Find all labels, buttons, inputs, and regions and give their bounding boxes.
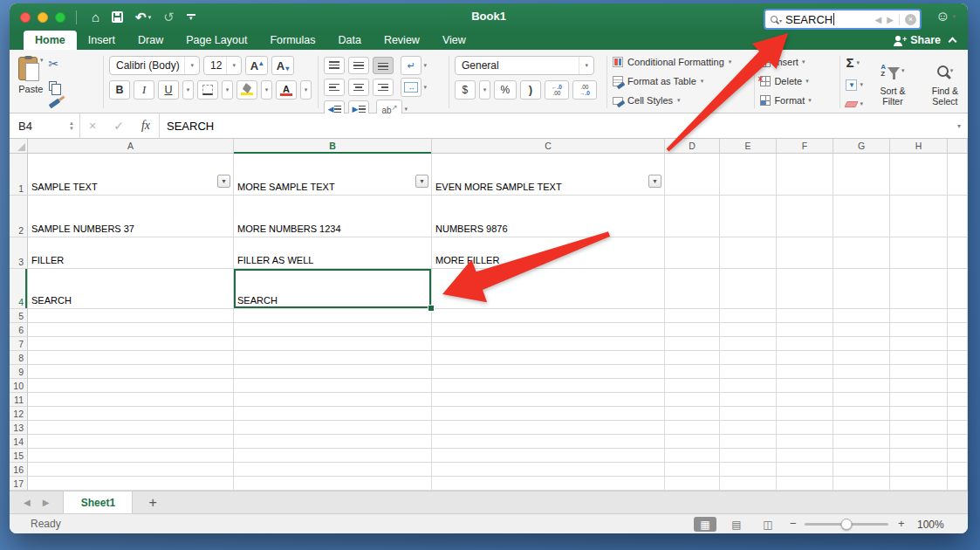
cell-D6[interactable] xyxy=(665,323,720,337)
cell-E7[interactable] xyxy=(720,337,777,351)
select-all-corner[interactable] xyxy=(10,139,28,153)
row-header-7[interactable]: 7 xyxy=(10,337,28,351)
formula-input[interactable]: SEARCH xyxy=(160,120,214,133)
row-header-8[interactable]: 8 xyxy=(10,351,28,365)
font-color-dropdown[interactable]: ▾ xyxy=(300,80,312,100)
clear-search-icon[interactable]: × xyxy=(905,14,916,25)
column-header-a[interactable]: A xyxy=(28,139,234,153)
cell-F17[interactable] xyxy=(777,477,833,491)
cell-G7[interactable] xyxy=(833,337,890,351)
cell-F4[interactable] xyxy=(777,269,833,309)
filter-dropdown-icon[interactable]: ▼ xyxy=(648,175,661,188)
tab-data[interactable]: Data xyxy=(326,31,372,50)
cell-G13[interactable] xyxy=(833,421,890,435)
cell-partial-r1[interactable] xyxy=(948,154,968,196)
font-size-select[interactable]: 12▾ xyxy=(203,56,242,75)
cell-C9[interactable] xyxy=(432,365,665,379)
decrease-decimal-button[interactable]: .00→.0 xyxy=(572,80,597,100)
tab-home[interactable]: Home xyxy=(24,31,77,50)
font-family-select[interactable]: Calibri (Body)▾ xyxy=(109,56,200,75)
cell-H2[interactable] xyxy=(890,196,948,237)
search-input[interactable]: SEARCH xyxy=(785,13,833,26)
cell-F16[interactable] xyxy=(777,463,833,477)
align-left-button[interactable] xyxy=(324,79,345,96)
tab-page-layout[interactable]: Page Layout xyxy=(175,31,258,50)
cell-E4[interactable] xyxy=(720,269,777,309)
cell-C2[interactable]: NUMBERS 9876 xyxy=(432,196,665,237)
cell-H1[interactable] xyxy=(890,154,948,196)
cell-A14[interactable] xyxy=(28,435,234,449)
row-header-3[interactable]: 3 xyxy=(10,237,28,269)
cell-F5[interactable] xyxy=(777,309,833,323)
cell-C3[interactable]: MORE FILLER xyxy=(432,237,665,269)
row-header-16[interactable]: 16 xyxy=(10,463,28,477)
cell-E9[interactable] xyxy=(720,365,777,379)
font-color-button[interactable]: A xyxy=(276,80,297,100)
autosum-button[interactable]: Σ ▾ xyxy=(846,56,863,69)
cell-B1[interactable]: MORE SAMPLE TEXT▼ xyxy=(234,154,432,196)
cell-D13[interactable] xyxy=(665,421,720,435)
cell-G15[interactable] xyxy=(833,449,890,463)
cell-partial-r13[interactable] xyxy=(948,421,968,435)
italic-button[interactable]: I xyxy=(134,80,154,100)
increase-font-button[interactable]: A xyxy=(245,56,268,75)
cell-C14[interactable] xyxy=(432,435,665,449)
cell-E14[interactable] xyxy=(720,435,777,449)
cell-A8[interactable] xyxy=(28,351,234,365)
cell-B16[interactable] xyxy=(234,463,432,477)
cell-B14[interactable] xyxy=(234,435,432,449)
cell-G4[interactable] xyxy=(833,269,890,309)
tab-formulas[interactable]: Formulas xyxy=(258,31,326,50)
name-box-stepper[interactable]: ▲▼ xyxy=(69,120,79,131)
merge-center-button[interactable]: ↔ ▾ xyxy=(401,78,427,97)
cell-B10[interactable] xyxy=(234,379,432,393)
increase-decimal-button[interactable]: ←.0.00 xyxy=(545,80,569,100)
cell-B7[interactable] xyxy=(234,337,432,351)
cell-partial-r5[interactable] xyxy=(948,309,968,323)
cell-A2[interactable]: SAMPLE NUMBERS 37 xyxy=(28,196,234,237)
currency-button[interactable]: $ xyxy=(455,80,476,100)
cell-F3[interactable] xyxy=(777,237,833,269)
zoom-slider-knob[interactable] xyxy=(841,519,853,530)
zoom-out-button[interactable]: − xyxy=(790,517,797,530)
sheet-tab-sheet1[interactable]: Sheet1 xyxy=(63,492,133,513)
row-header-4[interactable]: 4 xyxy=(10,269,28,309)
cell-C11[interactable] xyxy=(432,393,665,407)
cell-A9[interactable] xyxy=(28,365,234,379)
cell-partial-r3[interactable] xyxy=(948,237,968,269)
cell-F15[interactable] xyxy=(777,449,833,463)
cell-H7[interactable] xyxy=(890,337,948,351)
cell-F7[interactable] xyxy=(777,337,833,351)
comma-style-button[interactable]: ) xyxy=(520,80,541,100)
cell-B5[interactable] xyxy=(234,309,432,323)
cell-partial-r7[interactable] xyxy=(948,337,968,351)
column-header-d[interactable]: D xyxy=(665,139,720,153)
cell-partial-r9[interactable] xyxy=(948,365,968,379)
cell-G6[interactable] xyxy=(833,323,890,337)
align-center-button[interactable] xyxy=(348,79,369,96)
percent-button[interactable]: % xyxy=(494,80,517,100)
cell-A12[interactable] xyxy=(28,407,234,421)
cell-H17[interactable] xyxy=(890,477,948,491)
cell-A1[interactable]: SAMPLE TEXT▼ xyxy=(28,154,234,196)
cell-D1[interactable] xyxy=(665,154,720,196)
cell-E12[interactable] xyxy=(720,407,777,421)
borders-button[interactable] xyxy=(197,80,218,100)
cell-D14[interactable] xyxy=(665,435,720,449)
cell-E16[interactable] xyxy=(720,463,777,477)
cell-D3[interactable] xyxy=(665,237,720,269)
column-header-e[interactable]: E xyxy=(720,139,777,153)
cell-H15[interactable] xyxy=(890,449,948,463)
cell-B15[interactable] xyxy=(234,449,432,463)
cell-H13[interactable] xyxy=(890,421,948,435)
cell-E5[interactable] xyxy=(720,309,777,323)
fill-color-button[interactable] xyxy=(236,80,257,100)
underline-dropdown[interactable]: ▾ xyxy=(182,80,194,100)
zoom-in-button[interactable]: + xyxy=(898,517,905,530)
cell-H10[interactable] xyxy=(890,379,948,393)
cut-icon[interactable]: ✂ xyxy=(49,58,62,70)
row-header-11[interactable]: 11 xyxy=(10,393,28,407)
filter-dropdown-icon[interactable]: ▼ xyxy=(217,175,230,188)
sort-filter-button[interactable]: AZ ▾ Sort &Filter xyxy=(870,56,915,111)
insert-cells-button[interactable]: Insert▾ xyxy=(760,57,834,67)
